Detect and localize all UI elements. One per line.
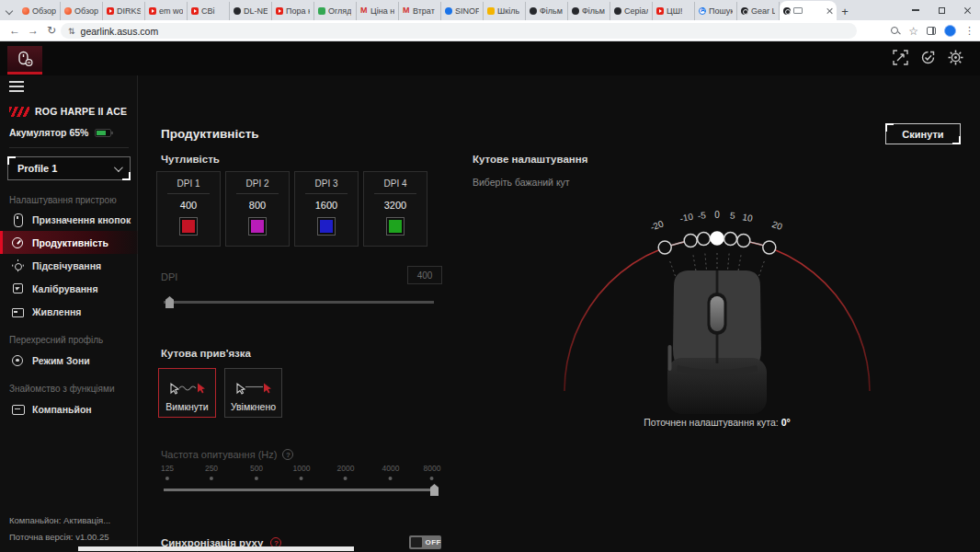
dpi-color-swatch-frame [317,217,336,236]
page-title: Продуктивність [161,127,259,141]
profile-dropdown[interactable]: Profile 1 [7,156,131,180]
browser-tab[interactable]: SINOF [441,2,484,20]
angle-adjust-title: Кутове налаштування [473,154,587,165]
address-bar[interactable]: ⇅ gearlink.asus.com [61,23,857,39]
app-toolbar-icons [893,50,963,65]
browser-tab[interactable]: Фільм [526,2,568,20]
sync-check-icon[interactable] [920,50,936,65]
tab-search-button[interactable] [0,4,18,20]
polling-tick-label: 8000 [424,464,441,473]
horizontal-scrollbar-thumb[interactable] [78,546,354,551]
browser-tab[interactable]: Шкіль [484,2,526,20]
angle-node-10[interactable] [737,235,750,247]
angle-snap-off-button[interactable]: Вимкнути [158,368,216,418]
angle-node-20[interactable] [763,241,776,254]
tab-close-icon[interactable] [826,7,833,15]
browser-tab[interactable]: Фільм [568,2,610,20]
window-maximize-button[interactable] [929,0,954,20]
tab-label: Серіал [624,6,648,16]
polling-tick-dot [165,477,169,480]
window-minimize-button[interactable] [903,0,929,20]
sidebar-item[interactable]: Живлення [0,300,138,323]
tab-favicon [487,7,495,15]
browser-tab[interactable]: Пошук [695,2,737,20]
sidebar-item[interactable]: Продуктивність [0,231,138,254]
scale-icon[interactable] [893,50,908,65]
sidebar-item[interactable]: Підсвічування [0,254,138,277]
browser-tab[interactable]: DL-NE [230,2,272,20]
browser-tab[interactable]: Серіал [610,2,653,20]
dpi-card[interactable]: DPI 4 3200 [363,171,427,247]
tab-favicon [22,7,29,15]
new-tab-button[interactable]: + [837,3,853,19]
window-close-button[interactable] [954,0,980,20]
polling-tick[interactable]: 4000 [382,464,400,480]
sidebar-item[interactable]: Компаньйон [0,397,138,420]
browser-tab[interactable]: Обзор [18,2,61,20]
polling-tick[interactable]: 125 [161,464,174,480]
dpi-value-field[interactable]: 400 [407,266,442,284]
angle-node-0-selected[interactable] [711,232,724,245]
sidebar-item[interactable]: Режим Зони [0,349,138,372]
angle-node-neg5[interactable] [698,233,711,246]
browser-menu-icon[interactable]: ⋮ [964,25,974,37]
polling-tick[interactable]: 500 [250,464,263,480]
sidebar-item[interactable]: Призначення кнопок [0,208,138,231]
zoom-icon[interactable] [891,27,900,36]
angle-label: 20 [770,219,784,232]
device-tab[interactable] [7,46,42,72]
angle-node-neg20[interactable] [658,241,671,254]
mouse-device-icon [16,51,34,67]
polling-tick[interactable]: 250 [205,464,218,480]
toggle-state-label: OFF [426,538,442,546]
battery-icon [95,129,111,137]
dpi-color-swatch [251,220,264,233]
angle-snap-options: Вимкнути Увімкнено [158,368,282,418]
dpi-card[interactable]: DPI 1 400 [156,171,221,247]
polling-tick-dot [300,477,303,480]
help-icon[interactable]: ? [282,449,293,460]
reset-button[interactable]: Скинути [885,123,961,144]
angle-node-5[interactable] [724,233,737,246]
side-panel-icon[interactable] [927,27,936,35]
browser-tab[interactable]: Gear L [737,2,780,20]
polling-slider-track[interactable] [164,489,436,491]
polling-tick-dot [210,477,213,480]
browser-tab[interactable]: Втрат [399,2,441,20]
browser-tab[interactable]: СВі [188,2,230,20]
browser-tab-active[interactable] [780,1,837,20]
dpi-card[interactable]: DPI 3 1600 [294,171,359,247]
angle-snap-on-button[interactable]: Увімкнено [224,368,282,418]
browser-tab[interactable]: em wo [145,2,188,20]
dpi-color-swatch [182,220,195,233]
polling-tick[interactable]: 8000 [424,464,441,480]
dpi-card[interactable]: DPI 2 800 [225,171,290,247]
polling-tick[interactable]: 2000 [337,464,355,480]
profile-avatar[interactable] [944,25,956,37]
browser-tab[interactable]: DIRKSC [103,2,145,20]
browser-tab[interactable]: Огляд [314,2,357,20]
polling-tick-dot [389,477,393,480]
angle-node-neg10[interactable] [684,235,697,247]
hamburger-menu-icon[interactable] [9,81,24,92]
motion-sync-toggle[interactable]: OFF [409,535,441,549]
gear-icon[interactable] [948,50,963,65]
bookmark-star-icon[interactable]: ☆ [908,25,918,38]
section-cross-profile: Перехресний профіль [9,335,103,345]
sidebar-item[interactable]: Калібрування [0,277,138,300]
browser-tab[interactable]: Ціна н [357,2,399,20]
polling-tick[interactable]: 1000 [293,464,311,480]
browser-tab[interactable]: ЦШ! [653,2,695,20]
site-settings-icon[interactable]: ⇅ [68,27,75,36]
forward-button[interactable]: → [24,24,42,37]
mouse-top-view [667,270,767,414]
dpi-slider-thumb[interactable] [165,296,174,308]
back-button[interactable]: ← [6,24,24,37]
chevron-down-icon [114,163,123,172]
browser-tab[interactable]: Обзор [61,2,103,20]
current-angle-text: Поточнен налаштування кута: 0° [588,417,846,428]
reload-button[interactable]: ↻ [42,24,61,37]
dpi-slider-track[interactable] [164,301,434,304]
polling-tick-label: 250 [205,464,218,473]
browser-tab[interactable]: Пора н [272,2,314,20]
